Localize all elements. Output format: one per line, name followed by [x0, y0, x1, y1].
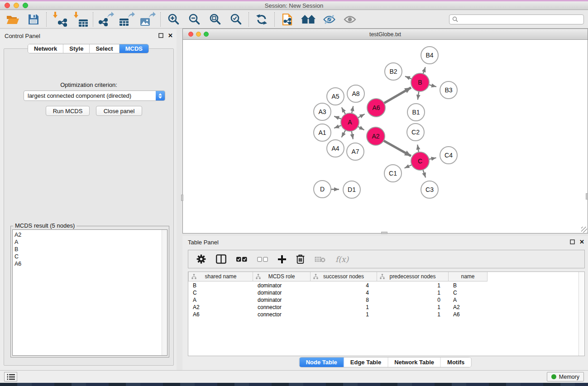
home-icon[interactable]: [301, 12, 316, 27]
bottom-split-handle[interactable]: [381, 232, 387, 234]
select-all-checkboxes-icon[interactable]: [236, 257, 247, 262]
cell-MCDS-role[interactable]: dominator: [253, 297, 311, 303]
cell-MCDS-role[interactable]: dominator: [253, 282, 311, 289]
node-B2[interactable]: B2: [384, 62, 402, 81]
tab-style[interactable]: Style: [63, 44, 90, 53]
left-split-handle[interactable]: [181, 195, 183, 201]
node-A5[interactable]: A5: [326, 87, 344, 105]
node-B3[interactable]: B3: [440, 81, 458, 99]
cell-name[interactable]: A: [449, 297, 488, 303]
run-mcds-button[interactable]: Run MCDS: [46, 106, 90, 116]
tab-edge-table[interactable]: Edge Table: [344, 357, 388, 367]
cell-name[interactable]: A6: [449, 311, 488, 318]
right-split-handle[interactable]: [586, 193, 588, 200]
export-table-icon[interactable]: [120, 12, 134, 27]
export-image-icon[interactable]: [140, 12, 155, 27]
search-field[interactable]: [449, 14, 584, 24]
mcds-result-item[interactable]: B: [14, 246, 167, 253]
node-C[interactable]: C: [411, 152, 430, 171]
column-header-successor-nodes[interactable]: successor nodes: [311, 272, 377, 281]
export-network-icon[interactable]: [99, 12, 113, 27]
network-file-icon[interactable]: [280, 12, 295, 27]
cell-MCDS-role[interactable]: connector: [253, 304, 311, 310]
cell-predecessor-nodes[interactable]: 0: [377, 297, 449, 303]
delete-column-icon[interactable]: [296, 254, 305, 264]
zoom-in-icon[interactable]: [166, 12, 181, 27]
eye-slash-icon[interactable]: [322, 12, 336, 27]
zoom-out-icon[interactable]: [187, 12, 201, 27]
table-scrollbar[interactable]: [578, 272, 584, 356]
add-column-icon[interactable]: [278, 255, 286, 263]
column-header-name[interactable]: name: [449, 272, 488, 281]
node-C1[interactable]: C1: [384, 164, 402, 182]
node-B[interactable]: B: [411, 73, 430, 92]
cell-successor-nodes[interactable]: 1: [311, 304, 377, 310]
node-B4[interactable]: B4: [421, 46, 439, 64]
refresh-icon[interactable]: [254, 12, 269, 27]
table-row[interactable]: A6connector11A6: [188, 311, 578, 318]
zoom-selected-icon[interactable]: [229, 12, 243, 27]
close-panel-icon[interactable]: ✕: [579, 239, 584, 244]
node-D[interactable]: D: [313, 180, 331, 198]
tab-node-table[interactable]: Node Table: [300, 357, 344, 367]
tab-select[interactable]: Select: [90, 44, 119, 53]
cell-shared-name[interactable]: A: [188, 297, 253, 303]
column-header-MCDS-role[interactable]: MCDS role: [253, 272, 311, 281]
cell-name[interactable]: B: [449, 282, 488, 289]
node-A8[interactable]: A8: [347, 85, 365, 103]
node-A1[interactable]: A1: [313, 124, 331, 142]
cell-MCDS-role[interactable]: dominator: [253, 290, 311, 296]
cell-name[interactable]: C: [449, 290, 488, 296]
node-D1[interactable]: D1: [343, 181, 361, 199]
tab-network[interactable]: Network: [28, 44, 63, 53]
cell-successor-nodes[interactable]: 4: [311, 290, 377, 296]
cell-predecessor-nodes[interactable]: 1: [377, 290, 449, 296]
node-A7[interactable]: A7: [346, 143, 364, 161]
cell-shared-name[interactable]: A2: [188, 304, 253, 310]
memory-button[interactable]: Memory: [547, 372, 584, 381]
task-history-button[interactable]: [4, 372, 17, 381]
mcds-result-item[interactable]: A2: [14, 231, 167, 238]
node-A6[interactable]: A6: [367, 98, 386, 117]
cell-name[interactable]: A2: [449, 304, 488, 310]
cell-successor-nodes[interactable]: 1: [311, 311, 377, 318]
column-header-predecessor-nodes[interactable]: predecessor nodes: [377, 272, 449, 281]
mcds-list-scrollbar[interactable]: [162, 230, 167, 355]
resize-grip-icon[interactable]: [581, 227, 587, 233]
settings-gear-icon[interactable]: [196, 254, 206, 264]
import-table-icon[interactable]: [73, 12, 87, 27]
node-A4[interactable]: A4: [326, 139, 344, 157]
close-panel-icon[interactable]: ✕: [168, 33, 173, 38]
node-A2[interactable]: A2: [366, 127, 385, 146]
optimization-criterion-dropdown[interactable]: largest connected component (directed): [24, 91, 165, 101]
tab-motifs[interactable]: Motifs: [441, 357, 471, 367]
import-network-icon[interactable]: [52, 12, 67, 27]
cell-predecessor-nodes[interactable]: 1: [377, 304, 449, 310]
cell-shared-name[interactable]: B: [188, 282, 253, 289]
network-canvas[interactable]: B4B2BB3A5A8A6B1A3AC2A1A2A4A7C4CC1C3DD1: [183, 40, 588, 233]
node-C3[interactable]: C3: [421, 181, 439, 199]
cell-successor-nodes[interactable]: 4: [311, 282, 377, 289]
float-panel-icon[interactable]: [570, 239, 575, 244]
tab-network-table[interactable]: Network Table: [388, 357, 441, 367]
cell-successor-nodes[interactable]: 8: [311, 297, 377, 303]
mcds-result-list[interactable]: A2ABCA6: [12, 229, 167, 356]
open-folder-icon[interactable]: [5, 12, 20, 27]
table-row[interactable]: A2connector11A2: [188, 304, 578, 311]
mcds-result-item[interactable]: A6: [14, 260, 167, 267]
cell-MCDS-role[interactable]: connector: [253, 311, 311, 318]
node-A[interactable]: A: [340, 113, 359, 132]
deselect-all-checkboxes-icon[interactable]: [257, 257, 268, 262]
table-row[interactable]: Cdominator41C: [188, 289, 578, 296]
zoom-fit-icon[interactable]: [208, 12, 222, 27]
node-A3[interactable]: A3: [313, 103, 331, 121]
cell-shared-name[interactable]: A6: [188, 311, 253, 318]
node-C4[interactable]: C4: [440, 146, 458, 164]
delete-table-icon[interactable]: [315, 256, 325, 262]
tab-mcds[interactable]: MCDS: [120, 44, 148, 53]
close-panel-button[interactable]: Close panel: [96, 106, 142, 116]
node-B1[interactable]: B1: [407, 103, 425, 121]
column-header-shared-name[interactable]: shared name: [188, 272, 253, 281]
columns-icon[interactable]: [216, 254, 226, 264]
float-panel-icon[interactable]: [158, 33, 163, 38]
